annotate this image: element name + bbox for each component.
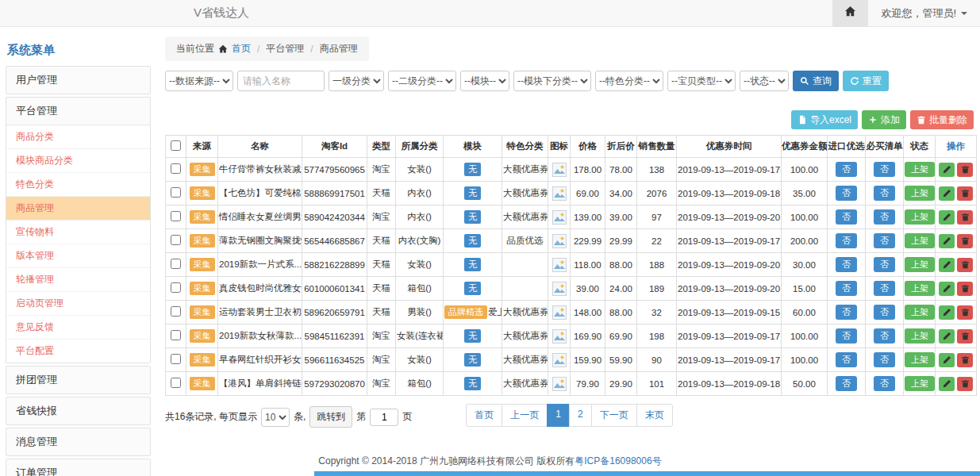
filter-select-2[interactable]: --模块-- [460,71,509,91]
edit-button[interactable] [939,163,955,177]
filter-select-6[interactable]: --状态-- [740,71,789,91]
delete-button[interactable] [957,282,973,296]
import-select-toggle[interactable]: 否 [836,162,857,177]
sidebar-subitem[interactable]: 商品分类 [6,125,150,149]
edit-button[interactable] [939,258,955,272]
status-toggle[interactable]: 上架 [905,305,935,320]
must-buy-toggle[interactable]: 否 [874,352,895,367]
data-source-select[interactable]: --数据来源-- [165,71,233,91]
sidebar-subitem[interactable]: 平台配置 [6,340,150,363]
select-all-checkbox[interactable] [171,140,181,151]
sidebar-subitem[interactable]: 模块商品分类 [6,149,150,173]
edit-button[interactable] [939,210,955,225]
page-button[interactable]: 2 [569,404,592,427]
page-size-select[interactable]: 10 [261,408,290,427]
status-toggle[interactable]: 上架 [905,162,935,177]
must-buy-toggle[interactable]: 否 [874,162,895,177]
status-toggle[interactable]: 上架 [905,209,935,225]
row-checkbox[interactable] [171,235,181,245]
delete-button[interactable] [957,329,973,344]
jump-button[interactable]: 跳转到 [309,406,352,428]
delete-button[interactable] [957,305,973,320]
edit-button[interactable] [939,353,955,367]
must-buy-toggle[interactable]: 否 [874,209,895,225]
status-toggle[interactable]: 上架 [905,376,935,391]
delete-button[interactable] [957,258,973,272]
breadcrumb-home-link[interactable]: 首页 [232,42,251,56]
import-select-toggle[interactable]: 否 [836,257,857,272]
page-button[interactable]: 末页 [636,404,673,427]
status-toggle[interactable]: 上架 [905,328,935,344]
row-checkbox[interactable] [171,378,181,388]
must-buy-toggle[interactable]: 否 [874,305,895,320]
sidebar-subitem[interactable]: 意见反馈 [6,316,150,340]
search-button[interactable]: 查询 [793,71,839,91]
delete-button[interactable] [957,163,973,177]
status-toggle[interactable]: 上架 [905,352,935,367]
edit-button[interactable] [939,234,955,248]
sidebar-item-1[interactable]: 平台管理 [6,98,150,125]
add-button[interactable]: 添加 [862,110,906,129]
import-select-toggle[interactable]: 否 [836,352,857,367]
edit-button[interactable] [939,186,955,201]
row-checkbox[interactable] [171,211,181,221]
sidebar-subitem[interactable]: 特色分类 [6,173,150,197]
filter-select-4[interactable]: --特色分类-- [595,71,663,91]
import-select-toggle[interactable]: 否 [836,376,857,391]
sidebar-subitem[interactable]: 宣传物料 [6,221,150,244]
delete-button[interactable] [957,210,973,225]
must-buy-toggle[interactable]: 否 [874,233,895,248]
edit-button[interactable] [939,329,955,344]
filter-select-1[interactable]: --二级分类-- [388,71,456,91]
status-toggle[interactable]: 上架 [905,186,935,201]
status-toggle[interactable]: 上架 [905,281,935,296]
sidebar-subitem[interactable]: 版本管理 [6,244,150,268]
sidebar-item-2[interactable]: 拼团管理 [6,367,150,393]
edit-button[interactable] [939,377,955,391]
page-button[interactable]: 首页 [466,404,502,427]
import-select-toggle[interactable]: 否 [836,281,857,296]
must-buy-toggle[interactable]: 否 [874,328,895,344]
row-checkbox[interactable] [171,282,181,293]
sidebar-item-4[interactable]: 消息管理 [6,428,150,455]
page-button[interactable]: 上一页 [502,404,548,427]
import-select-toggle[interactable]: 否 [836,305,857,320]
sidebar-item-3[interactable]: 省钱快报 [6,397,150,424]
delete-button[interactable] [957,353,973,367]
reset-button[interactable]: 重置 [843,71,889,91]
horizontal-scrollbar-thumb[interactable] [314,471,980,476]
delete-button[interactable] [957,234,973,248]
must-buy-toggle[interactable]: 否 [874,376,895,391]
row-checkbox[interactable] [171,330,181,340]
row-checkbox[interactable] [171,259,181,269]
status-toggle[interactable]: 上架 [905,257,935,272]
delete-button[interactable] [957,377,973,391]
row-checkbox[interactable] [171,354,181,364]
delete-button[interactable] [957,186,973,201]
filter-select-0[interactable]: 一级分类 [329,71,384,91]
page-number-input[interactable] [370,409,398,426]
filter-select-3[interactable]: --模块下分类-- [513,71,591,91]
status-toggle[interactable]: 上架 [905,233,935,248]
user-menu[interactable]: 欢迎您，管理员! [868,0,980,27]
row-checkbox[interactable] [171,306,181,317]
page-button[interactable]: 1 [547,404,570,427]
sidebar-subitem[interactable]: 轮播管理 [6,268,150,292]
icp-link[interactable]: 粤ICP备16098006号 [575,455,661,466]
must-buy-toggle[interactable]: 否 [874,186,895,201]
import-select-toggle[interactable]: 否 [836,233,857,248]
import-excel-button[interactable]: 导入excel [791,110,858,129]
must-buy-toggle[interactable]: 否 [874,257,895,272]
import-select-toggle[interactable]: 否 [836,186,857,201]
home-nav-button[interactable] [832,0,868,27]
page-button[interactable]: 下一页 [591,404,637,427]
row-checkbox[interactable] [171,187,181,198]
sidebar-subitem[interactable]: 启动页管理 [6,292,150,316]
sidebar-subitem[interactable]: 商品管理 [6,197,150,221]
must-buy-toggle[interactable]: 否 [874,281,895,296]
batch-delete-button[interactable]: 批量删除 [910,110,974,129]
import-select-toggle[interactable]: 否 [836,328,857,344]
edit-button[interactable] [939,305,955,320]
row-checkbox[interactable] [171,163,181,174]
sidebar-item-0[interactable]: 用户管理 [6,67,150,94]
